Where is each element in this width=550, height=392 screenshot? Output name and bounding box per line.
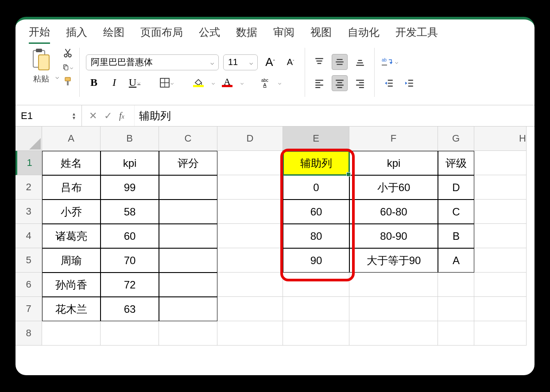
tab-data[interactable]: 数据	[236, 25, 257, 43]
chevron-down-icon[interactable]: ⌵	[278, 80, 281, 86]
cell-H3[interactable]	[474, 200, 527, 224]
font-grow-button[interactable]: Aˆ	[262, 54, 278, 70]
italic-button[interactable]: I	[106, 75, 122, 91]
cell-G2[interactable]: D	[438, 175, 474, 200]
cell-A4[interactable]: 诸葛亮	[42, 224, 101, 248]
cell-C4[interactable]	[159, 224, 217, 248]
cell-B6[interactable]: 72	[101, 273, 159, 297]
cell-D5[interactable]	[217, 248, 283, 273]
cell-D1[interactable]	[217, 151, 283, 175]
cell-E2[interactable]: 0	[283, 175, 349, 200]
row-header-8[interactable]: 8	[15, 321, 42, 346]
row-header-2[interactable]: 2	[15, 175, 42, 200]
paste-button[interactable]: 粘贴	[31, 48, 52, 84]
fill-color-button[interactable]	[190, 75, 206, 91]
cell-A1[interactable]: 姓名	[42, 151, 101, 175]
cell-H7[interactable]	[474, 297, 527, 321]
row-header-6[interactable]: 6	[15, 273, 42, 297]
spreadsheet-grid[interactable]: A B C D E F G H 1 姓名 kpi 评分 辅助列 kpi 评级 2…	[15, 127, 535, 346]
confirm-formula-button[interactable]: ✓	[104, 110, 112, 122]
cell-B4[interactable]: 60	[101, 224, 159, 248]
cell-C7[interactable]	[159, 297, 217, 321]
cell-F4[interactable]: 80-90	[349, 224, 438, 248]
cell-F2[interactable]: 小于60	[349, 175, 438, 200]
cell-E6[interactable]	[283, 273, 349, 297]
cell-B1[interactable]: kpi	[101, 151, 159, 175]
col-header-B[interactable]: B	[101, 127, 159, 151]
cell-A5[interactable]: 周瑜	[42, 248, 101, 273]
cell-B7[interactable]: 63	[101, 297, 159, 321]
cell-A3[interactable]: 小乔	[42, 200, 101, 224]
font-size-select[interactable]: 11 ⌵	[223, 54, 258, 70]
name-box[interactable]: E1 ▲▼	[15, 105, 82, 126]
cell-E5[interactable]: 90	[283, 248, 349, 273]
wrap-text-button[interactable]: ab ⌵	[381, 54, 398, 70]
row-header-4[interactable]: 4	[15, 224, 42, 248]
cell-A8[interactable]	[42, 321, 101, 346]
cell-C2[interactable]	[159, 175, 217, 200]
col-header-A[interactable]: A	[42, 127, 101, 151]
cell-H5[interactable]	[474, 248, 527, 273]
tab-draw[interactable]: 绘图	[103, 25, 124, 43]
tab-developer[interactable]: 开发工具	[395, 25, 438, 43]
cell-H8[interactable]	[474, 321, 527, 346]
cell-H4[interactable]	[474, 224, 527, 248]
cell-B5[interactable]: 70	[101, 248, 159, 273]
chevron-down-icon[interactable]: ⌵	[212, 80, 215, 86]
cell-H6[interactable]	[474, 273, 527, 297]
cell-E3[interactable]: 60	[283, 200, 349, 224]
tab-insert[interactable]: 插入	[66, 25, 87, 43]
tab-home[interactable]: 开始	[29, 25, 50, 44]
cell-F5[interactable]: 大于等于90	[349, 248, 438, 273]
row-header-1[interactable]: 1	[15, 151, 42, 175]
chevron-down-icon[interactable]: ⌵	[55, 73, 59, 80]
cell-D7[interactable]	[217, 297, 283, 321]
underline-button[interactable]: U⌵	[127, 75, 143, 91]
row-header-3[interactable]: 3	[15, 200, 42, 224]
cell-A7[interactable]: 花木兰	[42, 297, 101, 321]
cell-C1[interactable]: 评分	[159, 151, 217, 175]
cell-G7[interactable]	[438, 297, 474, 321]
tab-review[interactable]: 审阅	[273, 25, 294, 43]
cancel-formula-button[interactable]: ✕	[89, 110, 97, 122]
format-painter-button[interactable]	[62, 76, 73, 87]
cell-C8[interactable]	[159, 321, 217, 346]
increase-indent-button[interactable]	[401, 75, 417, 91]
cut-button[interactable]	[62, 48, 73, 58]
tab-view[interactable]: 视图	[310, 25, 332, 43]
bold-button[interactable]: B	[86, 75, 102, 91]
select-all-corner[interactable]	[15, 127, 42, 151]
cell-G5[interactable]: A	[438, 248, 474, 273]
cell-D3[interactable]	[217, 200, 283, 224]
row-header-7[interactable]: 7	[15, 297, 42, 321]
cell-D2[interactable]	[217, 175, 283, 200]
align-bottom-button[interactable]	[352, 54, 368, 70]
cell-E1[interactable]: 辅助列	[283, 151, 349, 175]
col-header-D[interactable]: D	[217, 127, 283, 151]
font-name-select[interactable]: 阿里巴巴普惠体 ⌵	[86, 54, 219, 70]
cell-D8[interactable]	[217, 321, 283, 346]
col-header-E[interactable]: E	[283, 127, 349, 151]
align-middle-button[interactable]	[332, 54, 348, 70]
fx-icon[interactable]: fx	[119, 111, 124, 121]
align-left-button[interactable]	[311, 75, 327, 91]
borders-button[interactable]: ⌵	[159, 75, 174, 91]
chevron-down-icon[interactable]: ⌵	[70, 64, 73, 70]
cell-E8[interactable]	[283, 321, 349, 346]
cell-B8[interactable]	[101, 321, 159, 346]
cell-A6[interactable]: 孙尚香	[42, 273, 101, 297]
col-header-C[interactable]: C	[159, 127, 217, 151]
cell-G8[interactable]	[438, 321, 474, 346]
cell-B2[interactable]: 99	[101, 175, 159, 200]
tab-automate[interactable]: 自动化	[348, 25, 380, 43]
align-right-button[interactable]	[352, 75, 368, 91]
copy-button[interactable]: ⌵	[62, 62, 73, 73]
cell-H2[interactable]	[474, 175, 527, 200]
tab-formulas[interactable]: 公式	[199, 25, 220, 43]
cell-G3[interactable]: C	[438, 200, 474, 224]
cell-H1[interactable]	[474, 151, 527, 175]
name-box-spinner[interactable]: ▲▼	[72, 112, 76, 120]
cell-C6[interactable]	[159, 273, 217, 297]
cell-G4[interactable]: B	[438, 224, 474, 248]
cell-E4[interactable]: 80	[283, 224, 349, 248]
